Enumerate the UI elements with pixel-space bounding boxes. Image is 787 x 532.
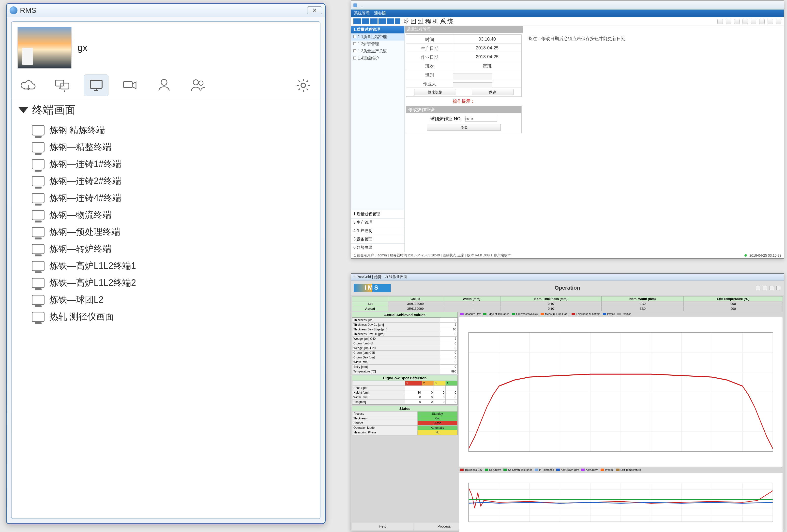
legend-swatch [603,313,606,315]
terminal-item[interactable]: 炼钢—转炉终端 [18,240,313,258]
terminal-item[interactable]: 炼钢—精整终端 [18,139,313,156]
monitor-icon [32,312,44,322]
legend-item: Act Crown [581,468,598,471]
state-label: Thickness [353,416,418,421]
gear-icon[interactable] [291,74,316,96]
sidebar-category-item[interactable]: 1.质量过程管理 [351,210,404,219]
tab-system-manage[interactable]: 系统管理 [354,11,370,16]
form-select[interactable] [453,82,492,88]
svg-point-5 [193,80,198,85]
header-icon-4[interactable] [777,286,781,290]
settings-icon[interactable] [751,19,756,24]
table-cell: 3R6130099 [388,302,443,306]
terminal-item[interactable]: 炼钢—连铸4#终端 [18,190,313,206]
user-icon[interactable] [759,19,765,24]
hl-cell: 0 [434,395,446,400]
cloud-icon[interactable] [16,74,41,96]
terminal-item[interactable]: 炼铁—高炉L1L2终端2 [18,274,313,291]
actual-values-header: Actual Achieved Values [352,312,458,318]
furnace-label: 球团炉作业 NO. [430,116,462,122]
sidebar-tree-item[interactable]: 1.2炉班管理 [351,41,404,48]
sidebar-category-item[interactable]: 4.生产控制 [351,227,404,235]
copy-icon[interactable] [743,19,748,24]
tab-reference[interactable]: 通参照 [374,11,386,16]
monitor-icon [32,159,44,170]
legend-swatch [617,313,621,315]
monitor-icon [32,278,44,288]
sidebar-tree-item[interactable]: 1.4班级维护 [351,55,404,62]
table-header: Nom. Thickness (mm) [501,296,601,302]
terminal-item[interactable]: 炼钢—物流终端 [18,206,313,223]
terminal-item[interactable]: 炼钢 精炼终端 [18,122,313,139]
home-icon[interactable] [717,19,723,24]
system-toolbar-icons [717,19,781,24]
legend-label: Thickness At bottom [576,312,600,315]
legend-label: Sp Crown Tolerance [508,468,532,471]
tree-toggle[interactable]: 终端画面 [18,103,313,117]
close-button[interactable]: ✕ [307,6,322,14]
legend-label: Wedge [605,468,614,471]
monitor-icon [32,295,44,305]
sidebar-category-item[interactable]: 5.设备管理 [351,235,404,244]
print-icon[interactable] [726,19,731,24]
terminal-item[interactable]: 炼铁—球团L2 [18,291,313,308]
form-label: 生产日期 [406,44,453,52]
rms-window: RMS ✕ gx [6,3,326,524]
form-note: 备注：修改日期后必须点击保存按钮才能更新日期 [528,36,625,42]
camera-icon[interactable] [118,74,142,96]
hl-cell: 0 [446,395,458,400]
terminal-item[interactable]: 炼钢—连铸2#终端 [18,173,313,190]
legend-label: Measure Dev [465,312,481,315]
person-icon[interactable] [152,74,176,96]
exit-icon[interactable] [776,19,781,24]
legend-swatch [535,469,538,471]
sidebar-category-item[interactable]: 6.趋势曲线 [351,244,404,252]
metric-label: Wedge [µm] C20 [353,346,440,351]
process-app-window: … 系统管理 通参照 球团过程机系统 1.质量过程管理 1.1质量过程管理1.2… [351,0,784,259]
form-select[interactable] [453,73,492,80]
sidebar-tree-item[interactable]: 1.1质量过程管理 [351,34,404,41]
state-label: Process [353,412,418,416]
rms-body: gx [11,21,320,519]
monitor-icon [32,244,44,254]
help-icon[interactable] [768,19,773,24]
people-icon[interactable] [186,74,210,96]
monitor-icon [32,210,44,220]
terminal-label: 炼铁—球团L2 [49,294,104,306]
save-button[interactable]: 保存 [472,89,513,95]
furnace-no-input[interactable] [465,116,497,122]
terminal-item[interactable]: 炼铁—高炉L1L2终端1 [18,258,313,274]
process-app-body: 1.质量过程管理 1.1质量过程管理1.2炉班管理1.3质量生产总监1.4班级维… [351,26,784,252]
terminal-item[interactable]: 热轧 测径仪画面 [18,308,313,325]
legend-item: Crown/Crown Dev [512,312,538,315]
terminal-label: 炼钢—连铸4#终端 [49,192,121,204]
sidebar-category-item[interactable]: 3.生产管理 [351,219,404,227]
page-title: Operation [555,285,580,291]
header-icon-1[interactable] [756,286,760,290]
terminal-item[interactable]: 炼钢—预处理终端 [18,223,313,240]
sidebar-group-header[interactable]: 1.质量过程管理 [351,26,404,34]
refresh-icon[interactable] [734,19,740,24]
system-logo [354,18,400,24]
header-icon-2[interactable] [763,286,767,290]
legend-item: Wedge [601,468,614,471]
legend-label: Sp Crown [489,468,501,471]
sidebar-category-list: 1.质量过程管理3.生产管理4.生产控制5.设备管理6.趋势曲线 [351,210,404,252]
metric-label: Thickness Dev O1 [µm] [353,332,440,336]
metric-label: Crown Dev [µm] [353,355,440,360]
bottom-tab[interactable]: Help [352,523,413,530]
modify-furnace-button[interactable]: 修改 [427,124,501,131]
terminal-item[interactable]: 炼钢—连铸1#终端 [18,156,313,173]
modify-shift-button[interactable]: 修改班别 [414,89,456,95]
table-header: Exit Temperature (°C) [684,296,783,302]
legend-swatch [556,469,560,471]
legend-swatch [616,469,619,471]
state-value: OK [418,416,458,421]
legend-swatch [485,469,488,471]
monitors-icon[interactable] [50,74,75,96]
sidebar-tree-item[interactable]: 1.3质量生产总监 [351,48,404,55]
monitor-active-icon[interactable] [84,74,108,96]
legend-swatch [572,313,575,315]
header-icon-3[interactable] [769,286,774,290]
status-right: 2018-04-25 03:10:39 [749,253,781,258]
